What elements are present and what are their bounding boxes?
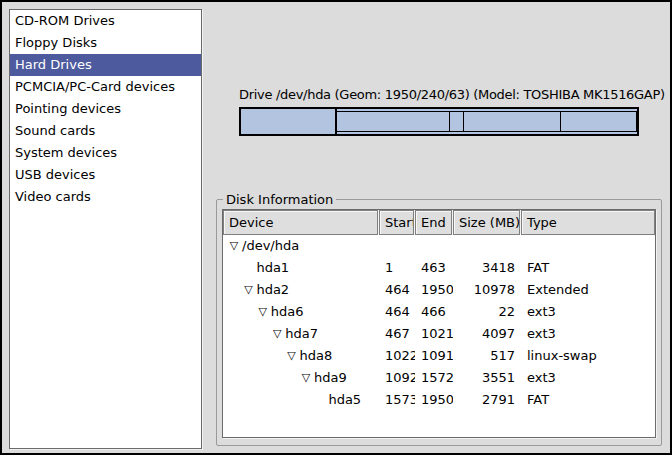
- disk-information-table: DeviceStartEndSize (MB)Type ▽/dev/hdahda…: [222, 209, 656, 438]
- expander-open-icon[interactable]: ▽: [226, 235, 242, 257]
- start-cell: 1573: [379, 389, 415, 411]
- end-cell: 1572: [415, 367, 453, 389]
- device-name: hda6: [271, 304, 304, 319]
- end-cell: [415, 235, 453, 257]
- column-header-type[interactable]: Type: [521, 210, 655, 235]
- size-cell: 517: [453, 345, 521, 367]
- device-name: /dev/hda: [242, 238, 299, 253]
- device-name: hda9: [314, 370, 347, 385]
- device-cell: ▽hda6: [223, 301, 379, 323]
- table-row-hda7[interactable]: ▽hda746710214097ext3: [223, 323, 655, 345]
- sidebar-item-usb-devices[interactable]: USB devices: [10, 164, 201, 186]
- expander-open-icon[interactable]: ▽: [255, 301, 271, 323]
- size-cell: 10978: [453, 279, 521, 301]
- table-row-hda9[interactable]: ▽hda9109215723551ext3: [223, 367, 655, 389]
- partition-divider: [463, 112, 464, 131]
- table-row-hda6[interactable]: ▽hda646446622ext3: [223, 301, 655, 323]
- sidebar-item-pcmcia-pc-card-devices[interactable]: PCMCIA/PC-Card devices: [10, 76, 201, 98]
- expander-open-icon[interactable]: ▽: [240, 279, 256, 301]
- partition-divider: [335, 109, 337, 134]
- type-cell: linux-swap: [521, 345, 655, 367]
- start-cell: 1092: [379, 367, 415, 389]
- start-cell: 1022: [379, 345, 415, 367]
- size-cell: 4097: [453, 323, 521, 345]
- end-cell: 1091: [415, 345, 453, 367]
- type-cell: ext3: [521, 301, 655, 323]
- type-cell: Extended: [521, 279, 655, 301]
- size-cell: 22: [453, 301, 521, 323]
- start-cell: 464: [379, 301, 415, 323]
- partition-divider: [560, 112, 561, 131]
- device-name: hda1: [256, 260, 289, 275]
- disk-information-title: Disk Information: [223, 192, 336, 207]
- expander-open-icon[interactable]: ▽: [269, 323, 285, 345]
- device-cell: hda5: [223, 389, 379, 411]
- expander-open-icon[interactable]: ▽: [284, 345, 300, 367]
- table-row-hda1[interactable]: hda114633418FAT: [223, 257, 655, 279]
- partition-bar: [239, 107, 639, 136]
- sidebar-item-pointing-devices[interactable]: Pointing devices: [10, 98, 201, 120]
- device-cell: ▽hda9: [223, 367, 379, 389]
- device-cell: ▽hda8: [223, 345, 379, 367]
- device-name: hda5: [328, 392, 361, 407]
- type-cell: [521, 235, 655, 257]
- device-category-list: CD-ROM DrivesFloppy DisksHard DrivesPCMC…: [9, 9, 202, 449]
- sidebar-item-floppy-disks[interactable]: Floppy Disks: [10, 32, 201, 54]
- table-row-dev-hda[interactable]: ▽/dev/hda: [223, 235, 655, 257]
- hardware-browser-window: CD-ROM DrivesFloppy DisksHard DrivesPCMC…: [0, 0, 672, 455]
- start-cell: 467: [379, 323, 415, 345]
- column-header-start[interactable]: Start: [379, 210, 414, 235]
- column-header-size-mb[interactable]: Size (MB): [453, 210, 520, 235]
- drive-geometry-label: Drive /dev/hda (Geom: 1950/240/63) (Mode…: [239, 87, 665, 102]
- start-cell: 1: [379, 257, 415, 279]
- device-name: hda7: [285, 326, 318, 341]
- sidebar-item-system-devices[interactable]: System devices: [10, 142, 201, 164]
- size-cell: 3418: [453, 257, 521, 279]
- end-cell: 466: [415, 301, 453, 323]
- end-cell: 463: [415, 257, 453, 279]
- device-name: hda8: [300, 348, 333, 363]
- main-panel: Drive /dev/hda (Geom: 1950/240/63) (Mode…: [209, 2, 670, 453]
- table-row-hda8[interactable]: ▽hda810221091517linux-swap: [223, 345, 655, 367]
- table-body: ▽/dev/hdahda114633418FAT▽hda246419501097…: [223, 235, 655, 411]
- sidebar-item-hard-drives[interactable]: Hard Drives: [10, 54, 201, 76]
- device-cell: ▽hda2: [223, 279, 379, 301]
- device-cell: ▽/dev/hda: [223, 235, 379, 257]
- size-cell: [453, 235, 521, 257]
- expander-open-icon[interactable]: ▽: [298, 367, 314, 389]
- type-cell: ext3: [521, 323, 655, 345]
- type-cell: FAT: [521, 257, 655, 279]
- end-cell: 1021: [415, 323, 453, 345]
- start-cell: 464: [379, 279, 415, 301]
- device-cell: hda1: [223, 257, 379, 279]
- sidebar-item-video-cards[interactable]: Video cards: [10, 186, 201, 208]
- device-cell: ▽hda7: [223, 323, 379, 345]
- table-row-hda2[interactable]: ▽hda2464195010978Extended: [223, 279, 655, 301]
- sidebar-item-sound-cards[interactable]: Sound cards: [10, 120, 201, 142]
- disk-information-groupbox: Disk Information DeviceStartEndSize (MB)…: [216, 192, 662, 446]
- column-header-end[interactable]: End: [415, 210, 452, 235]
- table-header: DeviceStartEndSize (MB)Type: [223, 210, 655, 235]
- size-cell: 2791: [453, 389, 521, 411]
- size-cell: 3551: [453, 367, 521, 389]
- extended-partition-region: [335, 111, 637, 132]
- sidebar-item-cd-rom-drives[interactable]: CD-ROM Drives: [10, 10, 201, 32]
- end-cell: 1950: [415, 279, 453, 301]
- end-cell: 1950: [415, 389, 453, 411]
- partition-divider: [449, 112, 450, 131]
- type-cell: ext3: [521, 367, 655, 389]
- start-cell: [379, 235, 415, 257]
- table-row-hda5[interactable]: hda5157319502791FAT: [223, 389, 655, 411]
- column-header-device[interactable]: Device: [223, 210, 378, 235]
- type-cell: FAT: [521, 389, 655, 411]
- device-name: hda2: [256, 282, 289, 297]
